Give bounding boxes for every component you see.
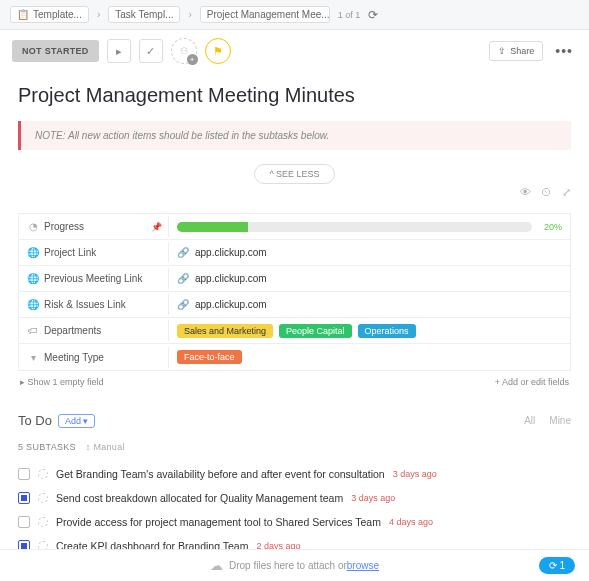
field-departments: 🏷Departments Sales and Marketing People … [19, 318, 570, 344]
breadcrumb-item[interactable]: Project Management Mee... [200, 6, 330, 23]
toolbar: NOT STARTED ▸ ✓ ⚇ ⚑ ⇪Share ••• [0, 30, 589, 72]
progress-percent: 20% [544, 222, 562, 232]
todo-header: To Do Add ▾ All Mine [18, 413, 571, 428]
globe-icon: 🌐 [27, 247, 39, 258]
link-icon: 🔗 [177, 299, 189, 310]
tag-people-capital[interactable]: People Capital [279, 324, 352, 338]
assignee-add-icon[interactable]: ⚇ [171, 38, 197, 64]
custom-fields: ◔Progress📌 20% 🌐Project Link 🔗app.clicku… [18, 213, 571, 371]
task-row[interactable]: Get Branding Team's availability before … [18, 462, 571, 486]
note-banner: NOTE: All new action items should be lis… [18, 121, 571, 150]
field-prev-meeting-link: 🌐Previous Meeting Link 🔗app.clickup.com [19, 266, 570, 292]
history-icon[interactable]: ⏲ [541, 186, 552, 199]
see-less-toggle[interactable]: ^ SEE LESS [254, 164, 334, 184]
task-title[interactable]: Send cost breakdown allocated for Qualit… [56, 492, 343, 504]
breadcrumb-bar: 📋Template... › Task Templ... › Project M… [0, 0, 589, 30]
link-icon: 🔗 [177, 273, 189, 284]
tag-operations[interactable]: Operations [358, 324, 416, 338]
refresh-icon[interactable]: ⟳ [368, 8, 378, 22]
task-title[interactable]: Get Branding Team's availability before … [56, 468, 385, 480]
task-checkbox[interactable] [18, 468, 30, 480]
task-date: 3 days ago [393, 469, 437, 479]
field-risk-issues-link: 🌐Risk & Issues Link 🔗app.clickup.com [19, 292, 570, 318]
link-value[interactable]: app.clickup.com [195, 247, 267, 258]
status-button[interactable]: NOT STARTED [12, 40, 99, 62]
complete-button[interactable]: ✓ [139, 39, 163, 63]
link-value[interactable]: app.clickup.com [195, 273, 267, 284]
task-date: 4 days ago [389, 517, 433, 527]
share-icon: ⇪ [498, 46, 506, 56]
filter-mine[interactable]: Mine [549, 415, 571, 426]
globe-icon: 🌐 [27, 273, 39, 284]
subtasks-count: 5 SUBTASKS [18, 442, 76, 452]
breadcrumb-item[interactable]: 📋Template... [10, 6, 89, 23]
filter-all[interactable]: All [524, 415, 535, 426]
task-status-icon[interactable] [38, 469, 48, 479]
share-button[interactable]: ⇪Share [489, 41, 543, 61]
task-title[interactable]: Provide access for project management to… [56, 516, 381, 528]
field-meeting-type: ▾Meeting Type Face-to-face [19, 344, 570, 370]
page-title[interactable]: Project Management Meeting Minutes [18, 84, 571, 107]
progress-icon: ◔ [27, 221, 39, 232]
breadcrumb-item[interactable]: Task Templ... [108, 6, 180, 23]
activity-bubble[interactable]: ⟳ 1 [539, 557, 575, 574]
tag-sales-marketing[interactable]: Sales and Marketing [177, 324, 273, 338]
add-subtask-button[interactable]: Add ▾ [58, 414, 96, 428]
sort-manual[interactable]: ↕ Manual [86, 442, 125, 452]
chevron-right-icon: › [97, 9, 100, 20]
dropzone-bar[interactable]: ☁ Drop files here to attach or browse ⟳ … [0, 549, 589, 581]
expand-icon[interactable]: ⤢ [562, 186, 571, 199]
task-list: Get Branding Team's availability before … [18, 462, 571, 558]
next-status-button[interactable]: ▸ [107, 39, 131, 63]
visibility-icon[interactable]: 👁 [520, 186, 531, 199]
task-date: 3 days ago [351, 493, 395, 503]
task-row[interactable]: Provide access for project management to… [18, 510, 571, 534]
show-empty-fields[interactable]: ▸ Show 1 empty field [20, 377, 104, 387]
task-row[interactable]: Send cost breakdown allocated for Qualit… [18, 486, 571, 510]
pin-icon[interactable]: 📌 [151, 222, 162, 232]
task-status-icon[interactable] [38, 517, 48, 527]
task-checkbox[interactable] [18, 516, 30, 528]
task-checkbox[interactable] [18, 492, 30, 504]
progress-bar[interactable] [177, 222, 532, 232]
priority-flag-icon[interactable]: ⚑ [205, 38, 231, 64]
departments-tags[interactable]: Sales and Marketing People Capital Opera… [169, 320, 570, 342]
more-menu-icon[interactable]: ••• [551, 43, 577, 59]
chevron-right-icon: › [188, 9, 191, 20]
dropdown-icon: ▾ [27, 352, 39, 363]
page-count: 1 of 1 [338, 10, 361, 20]
browse-link[interactable]: browse [347, 560, 379, 571]
tag-meeting-type[interactable]: Face-to-face [177, 350, 242, 364]
globe-icon: 🌐 [27, 299, 39, 310]
cloud-upload-icon: ☁ [210, 558, 223, 573]
field-progress: ◔Progress📌 20% [19, 214, 570, 240]
add-edit-fields[interactable]: + Add or edit fields [495, 377, 569, 387]
link-value[interactable]: app.clickup.com [195, 299, 267, 310]
task-status-icon[interactable] [38, 493, 48, 503]
link-icon: 🔗 [177, 247, 189, 258]
todo-heading: To Do [18, 413, 52, 428]
field-project-link: 🌐Project Link 🔗app.clickup.com [19, 240, 570, 266]
tag-icon: 🏷 [27, 325, 39, 336]
